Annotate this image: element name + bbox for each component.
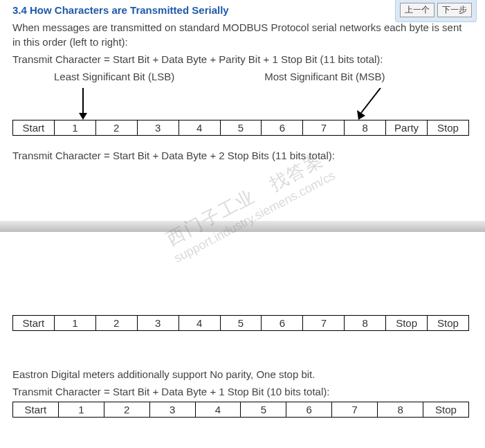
bit-cell: 4 [195,402,241,418]
bit-cell: Start [13,316,55,331]
bit-cell: 6 [262,120,303,136]
bit-cell: Start [13,120,55,136]
section-heading: How Characters are Transmitted Serially [30,4,229,16]
bit-cell: 7 [303,120,345,136]
bit-cell: 6 [262,316,303,331]
arrow-down-icon [353,88,387,120]
intro-paragraph: When messages are transmitted on standar… [12,20,473,49]
nav-button-bar: 上一个 下一步 [395,0,477,22]
next-button[interactable]: 下一步 [437,3,472,17]
bit-cell: Stop [423,402,469,418]
svg-line-2 [361,88,381,113]
arrow-down-icon [76,88,90,120]
svg-marker-1 [79,113,87,120]
note-paragraph: Eastron Digital meters additionally supp… [12,367,473,382]
bit-cell: 8 [345,316,386,331]
section-number: 3.4 [12,4,27,16]
formula-3: Transmit Character = Start Bit + Data By… [12,384,473,399]
bit-cell: 2 [104,402,149,418]
bit-cell: 5 [220,316,262,331]
bit-table-2: Start 1 2 3 4 5 6 7 8 Stop Stop [12,315,469,331]
bit-cell: 4 [179,316,220,331]
bit-cell: 1 [54,316,95,331]
formula-2: Transmit Character = Start Bit + Data By… [12,148,473,163]
bit-cell: Stop [428,316,469,331]
bit-cell: 5 [220,120,262,136]
formula-1: Transmit Character = Start Bit + Data By… [12,52,473,66]
bit-cell: 7 [332,402,378,418]
bit-cell: 3 [137,316,179,331]
bit-cell: 8 [378,402,423,418]
bit-cell: 2 [95,316,137,331]
prev-button[interactable]: 上一个 [400,3,434,17]
bit-cell: 1 [54,120,95,136]
arrow-diagram [12,88,473,120]
bit-table-3: Start 1 2 3 4 5 6 7 8 Stop [12,402,469,418]
page-divider [0,221,485,232]
bit-cell: Stop [386,316,428,331]
svg-marker-3 [357,110,365,120]
bit-cell: Party [386,120,428,136]
bit-cell: 3 [149,402,195,418]
msb-label: Most Significant Bit (MSB) [264,69,385,84]
bit-cell: Start [13,402,59,418]
bit-cell: Stop [428,120,469,136]
bit-cell: 1 [58,402,104,418]
bit-cell: 6 [286,402,332,418]
bit-cell: 8 [345,120,386,136]
bit-cell: 5 [241,402,286,418]
bit-cell: 7 [303,316,345,331]
bit-table-1: Start 1 2 3 4 5 6 7 8 Party Stop [12,120,469,136]
bit-cell: 4 [179,120,220,136]
lsb-label: Least Significant Bit (LSB) [54,69,174,84]
bit-cell: 3 [137,120,179,136]
bit-cell: 2 [95,120,137,136]
